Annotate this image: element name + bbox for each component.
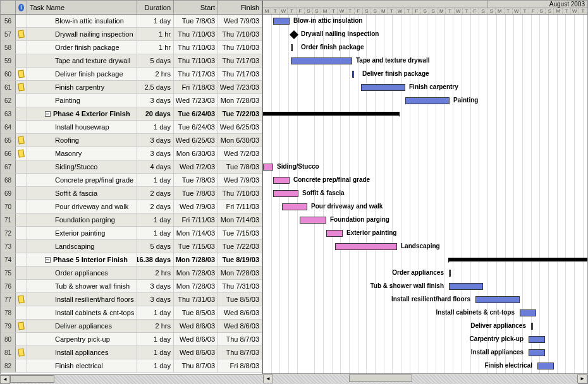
duration-cell[interactable]: 1 day	[137, 213, 174, 226]
finish-cell[interactable]: Thu 8/7/03	[218, 333, 262, 345]
finish-cell[interactable]: Wed 7/9/03	[218, 15, 262, 27]
task-bar[interactable]	[529, 349, 545, 356]
start-cell[interactable]: Mon 6/30/03	[174, 147, 218, 160]
finish-cell[interactable]: Tue 7/15/03	[218, 227, 262, 239]
table-row[interactable]: 75Order appliances2 hrsMon 7/28/03Mon 7/…	[1, 267, 262, 280]
start-cell[interactable]: Wed 7/23/03	[174, 94, 218, 107]
collapse-icon[interactable]	[45, 257, 51, 263]
duration-cell[interactable]: 2 hrs	[137, 68, 174, 80]
table-row[interactable]: 64Install housewrap1 dayTue 6/24/03Wed 6…	[1, 121, 262, 134]
finish-cell[interactable]: Thu 7/10/03	[218, 187, 262, 200]
finish-cell[interactable]: Wed 8/6/03	[218, 306, 262, 319]
table-row[interactable]: 69Soffit & fascia2 daysTue 7/8/03Thu 7/1…	[1, 187, 262, 200]
table-row[interactable]: 80Carpentry pick-up1 dayWed 8/6/03Thu 8/…	[1, 333, 262, 346]
start-cell[interactable]: Thu 8/7/03	[174, 359, 218, 372]
task-name-cell[interactable]: Phase 5 Interior Finish	[27, 253, 137, 266]
finish-cell[interactable]: Mon 7/28/03	[218, 94, 262, 107]
task-bar[interactable]	[335, 243, 397, 250]
table-row[interactable]: 65Roofing3 daysWed 6/25/03Mon 6/30/03	[1, 134, 262, 147]
summary-bar[interactable]	[449, 258, 587, 261]
duration-cell[interactable]: 3 days	[137, 280, 174, 292]
duration-cell[interactable]: 2.5 days	[137, 81, 174, 93]
task-bar[interactable]	[326, 230, 343, 237]
finish-cell[interactable]: Mon 7/14/03	[218, 213, 262, 226]
table-row[interactable]: 67Siding/Stucco4 daysWed 7/2/03Tue 7/8/0…	[1, 160, 262, 174]
finish-cell[interactable]: Mon 6/30/03	[218, 134, 262, 147]
table-row[interactable]: 56Blow-in attic insulation1 dayTue 7/8/0…	[1, 15, 262, 28]
task-name-cell[interactable]: Siding/Stucco	[27, 160, 137, 173]
finish-cell[interactable]: Tue 8/5/03	[218, 293, 262, 306]
duration-cell[interactable]: 1 day	[137, 359, 174, 372]
duration-cell[interactable]: 2 days	[137, 187, 174, 200]
table-row[interactable]: 71Foundation parging1 dayFri 7/11/03Mon …	[1, 213, 262, 227]
short-bar[interactable]	[291, 44, 293, 51]
start-cell[interactable]: Thu 7/10/03	[174, 41, 218, 54]
task-bar[interactable]	[273, 18, 290, 25]
duration-cell[interactable]: 1 hr	[137, 41, 174, 54]
start-cell[interactable]: Tue 6/24/03	[174, 121, 218, 133]
table-row[interactable]: 77Install resilient/hard floors3 daysThu…	[1, 293, 262, 306]
task-name-cell[interactable]: Install housewrap	[27, 121, 137, 133]
duration-cell[interactable]: 2 hrs	[137, 267, 174, 279]
scroll-left-button[interactable]: ◄	[263, 375, 273, 383]
finish-cell[interactable]: Wed 7/23/03	[218, 81, 262, 93]
scroll-left-button[interactable]: ◄	[0, 375, 10, 384]
task-bar[interactable]	[282, 203, 307, 210]
task-bar[interactable]	[475, 296, 520, 303]
duration-cell[interactable]: 3 days	[137, 134, 174, 147]
task-bar[interactable]	[291, 57, 352, 64]
task-bar[interactable]	[361, 84, 405, 91]
duration-cell[interactable]: 2 hrs	[137, 320, 174, 332]
table-row[interactable]: 82Finish electrical1 dayThu 8/7/03Fri 8/…	[1, 359, 262, 373]
finish-cell[interactable]: Tue 7/8/03	[218, 160, 262, 173]
task-name-cell[interactable]: Deliver appliances	[27, 320, 137, 332]
task-name-cell[interactable]: Order finish package	[27, 41, 137, 54]
duration-cell[interactable]: 3 days	[137, 293, 174, 306]
start-cell[interactable]: Fri 7/11/03	[174, 213, 218, 226]
task-bar[interactable]	[263, 164, 273, 171]
duration-cell[interactable]: 1 day	[137, 15, 174, 27]
start-cell[interactable]: Thu 7/10/03	[174, 28, 218, 40]
finish-cell[interactable]: Fri 7/11/03	[218, 200, 262, 213]
task-name-cell[interactable]: Install cabinets & cnt-tops	[27, 306, 137, 319]
finish-cell[interactable]: Thu 7/10/03	[218, 28, 262, 40]
finish-cell[interactable]: Tue 7/22/03	[218, 240, 262, 253]
duration-cell[interactable]: 20 days	[137, 107, 174, 120]
table-row[interactable]: 72Exterior painting1 dayMon 7/14/03Tue 7…	[1, 227, 262, 240]
finish-cell[interactable]: Wed 7/9/03	[218, 174, 262, 186]
task-bar[interactable]	[520, 309, 536, 316]
finish-cell[interactable]: Thu 7/17/03	[218, 54, 262, 67]
start-cell[interactable]: Mon 7/28/03	[174, 267, 218, 279]
table-row[interactable]: 57Drywall nailing inspection1 hrThu 7/10…	[1, 28, 262, 41]
duration-cell[interactable]: 1 day	[137, 227, 174, 239]
summary-bar[interactable]	[263, 112, 399, 116]
finish-cell[interactable]: Mon 7/28/03	[218, 267, 262, 279]
task-name-cell[interactable]: Concrete prep/final grade	[27, 174, 137, 186]
table-row[interactable]: 73Landscaping5 daysTue 7/15/03Tue 7/22/0…	[1, 240, 262, 253]
task-bar[interactable]	[405, 97, 450, 104]
start-cell[interactable]: Mon 7/14/03	[174, 227, 218, 239]
task-name-cell[interactable]: Exterior painting	[27, 227, 137, 239]
task-name-cell[interactable]: Soffit & fascia	[27, 187, 137, 200]
duration-cell[interactable]: 5 days	[137, 54, 174, 67]
start-cell[interactable]: Tue 7/8/03	[174, 187, 218, 200]
duration-cell[interactable]: 5 days	[137, 240, 174, 253]
finish-cell[interactable]: Wed 6/25/03	[218, 121, 262, 133]
table-row[interactable]: 74Phase 5 Interior Finish16.38 daysMon 7…	[1, 253, 262, 267]
table-row[interactable]: 63Phase 4 Exterior Finish20 daysTue 6/24…	[1, 107, 262, 121]
finish-cell[interactable]: Wed 7/2/03	[218, 147, 262, 160]
start-cell[interactable]: Wed 8/6/03	[174, 320, 218, 332]
task-name-cell[interactable]: Phase 4 Exterior Finish	[27, 107, 137, 120]
finish-cell[interactable]: Thu 7/10/03	[218, 41, 262, 54]
duration-cell[interactable]: 1 day	[137, 346, 174, 359]
start-cell[interactable]: Mon 7/28/03	[174, 280, 218, 292]
table-row[interactable]: 78Install cabinets & cnt-tops1 dayTue 8/…	[1, 306, 262, 320]
table-row[interactable]: 81Install appliances1 dayWed 8/6/03Thu 8…	[1, 346, 262, 359]
start-cell[interactable]: Tue 6/24/03	[174, 107, 218, 120]
header-task-name[interactable]: Task Name	[27, 1, 137, 14]
start-cell[interactable]: Wed 8/6/03	[174, 346, 218, 359]
task-name-cell[interactable]: Finish carpentry	[27, 81, 137, 93]
duration-cell[interactable]: 1 day	[137, 306, 174, 319]
task-bar[interactable]	[273, 177, 290, 184]
table-row[interactable]: 60Deliver finish package2 hrsThu 7/17/03…	[1, 68, 262, 81]
